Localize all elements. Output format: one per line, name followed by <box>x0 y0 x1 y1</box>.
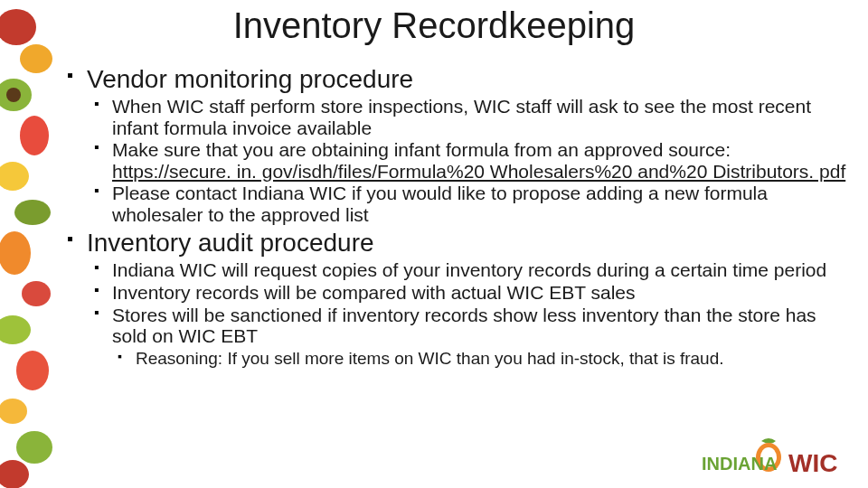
svg-point-9 <box>22 281 51 306</box>
bullet-item: Indiana WIC will request copies of your … <box>87 259 850 281</box>
sub-bullet-item: Reasoning: If you sell more items on WIC… <box>112 349 850 369</box>
bullet-item: Make sure that you are obtaining infant … <box>87 139 850 182</box>
svg-point-4 <box>6 88 21 102</box>
slide-title: Inventory Recordkeeping <box>0 5 868 46</box>
bullet-item: Please contact Indiana WIC if you would … <box>87 183 850 225</box>
svg-point-11 <box>16 351 49 390</box>
bullet-text: Make sure that you are obtaining infant … <box>112 139 731 160</box>
logo-text-wic: WIC <box>788 449 837 477</box>
bullet-item: Inventory records will be compared with … <box>87 282 850 304</box>
section-inventory-audit: Inventory audit procedure Indiana WIC wi… <box>63 229 850 368</box>
svg-point-7 <box>14 200 51 225</box>
svg-point-2 <box>20 44 52 73</box>
section-vendor-monitoring: Vendor monitoring procedure When WIC sta… <box>63 65 850 225</box>
svg-point-5 <box>20 116 49 155</box>
bullet-item: Stores will be sanctioned if inventory r… <box>87 305 850 369</box>
indiana-wic-logo: INDIANA WIC <box>698 434 852 479</box>
food-border-decoration <box>0 0 54 488</box>
approved-source-link[interactable]: https://secure. in. gov/isdh/files/Formu… <box>112 161 845 182</box>
section-heading: Vendor monitoring procedure <box>87 65 413 93</box>
section-heading: Inventory audit procedure <box>87 229 374 257</box>
slide-body: Vendor monitoring procedure When WIC sta… <box>63 65 850 371</box>
svg-point-13 <box>16 431 52 464</box>
bullet-text: Stores will be sanctioned if inventory r… <box>112 305 816 347</box>
bullet-item: When WIC staff perform store inspections… <box>87 96 850 138</box>
logo-text-indiana: INDIANA <box>702 454 777 474</box>
